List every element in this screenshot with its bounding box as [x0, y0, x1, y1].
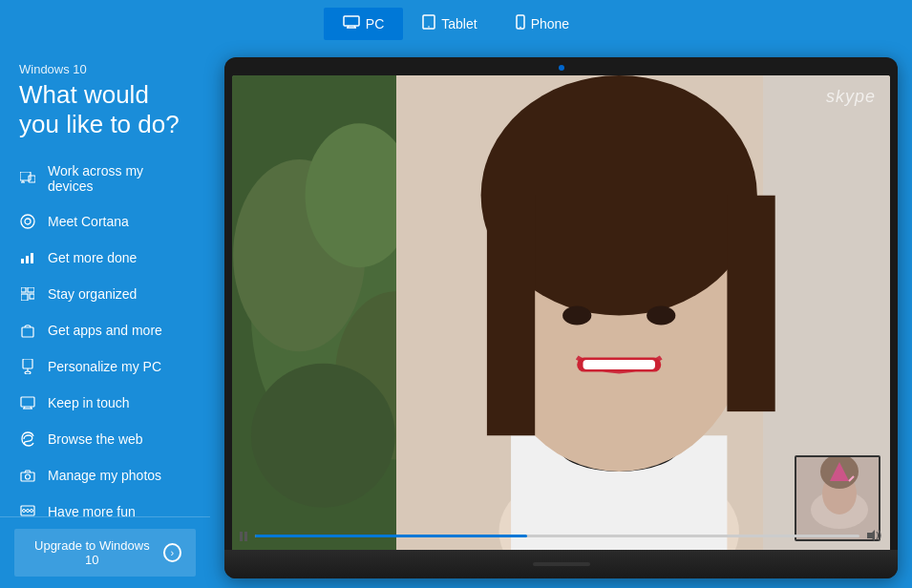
bag-icon [19, 322, 36, 339]
svg-rect-22 [23, 359, 32, 368]
camera-icon [19, 467, 36, 484]
main-title: What would you like to do? [19, 80, 191, 139]
tab-phone-label: Phone [531, 16, 569, 32]
svg-rect-18 [28, 287, 34, 292]
svg-rect-9 [29, 176, 35, 182]
tab-pc-label: PC [366, 16, 384, 32]
nav-item-cortana[interactable]: Meet Cortana [0, 203, 210, 240]
devices-icon [19, 170, 36, 187]
volume-icon[interactable] [867, 530, 882, 543]
video-controls [240, 524, 882, 548]
upgrade-label: Upgrade to Windows 10 [29, 538, 156, 567]
brush-icon [19, 358, 36, 375]
svg-point-12 [21, 215, 34, 228]
svg-rect-20 [30, 294, 34, 299]
svg-rect-25 [21, 397, 34, 407]
svg-point-33 [27, 510, 30, 513]
svg-point-7 [520, 27, 521, 29]
nav-list: Work across my devices Meet Cortana [0, 149, 210, 516]
phone-icon [516, 14, 525, 33]
progress-track[interactable] [255, 535, 859, 537]
skype-logo: skype [826, 87, 876, 107]
svg-rect-29 [21, 472, 34, 481]
svg-point-51 [562, 305, 591, 325]
fun-icon [19, 503, 36, 516]
laptop-base [224, 550, 898, 578]
chart-icon [19, 249, 36, 266]
svg-rect-54 [583, 360, 655, 369]
svg-rect-21 [22, 327, 33, 337]
windows-version: Windows 10 [19, 62, 191, 76]
svg-point-52 [647, 305, 675, 325]
main-content: Windows 10 What would you like to do? Wo… [0, 48, 912, 588]
tab-phone[interactable]: Phone [497, 7, 588, 41]
svg-point-5 [428, 26, 430, 28]
right-panel: skype [224, 57, 898, 578]
nav-item-fun[interactable]: Have more fun [0, 494, 210, 516]
nav-item-done[interactable]: Get more done [0, 240, 210, 276]
nav-fun-label: Have more fun [48, 504, 136, 516]
svg-point-40 [251, 364, 395, 508]
tab-pc[interactable]: PC [324, 8, 403, 40]
nav-devices-label: Work across my devices [48, 163, 191, 194]
nav-touch-label: Keep in touch [48, 395, 130, 410]
nav-item-personalize[interactable]: Personalize my PC [0, 348, 210, 385]
svg-rect-0 [344, 16, 359, 26]
nav-item-web[interactable]: Browse the web [0, 421, 210, 457]
nav-item-apps[interactable]: Get apps and more [0, 312, 210, 348]
nav-done-label: Get more done [48, 250, 137, 265]
svg-marker-61 [867, 530, 875, 541]
nav-apps-label: Get apps and more [48, 323, 162, 338]
svg-point-30 [26, 474, 31, 479]
pause-button[interactable] [240, 532, 247, 541]
svg-point-34 [31, 510, 33, 513]
grid-icon [19, 285, 36, 303]
cortana-icon [19, 213, 36, 230]
laptop-notch [533, 562, 590, 566]
laptop-screen: skype [232, 75, 890, 556]
nav-item-organized[interactable]: Stay organized [0, 276, 210, 312]
tablet-icon [422, 14, 435, 33]
upgrade-section: Upgrade to Windows 10 › [0, 516, 210, 588]
svg-rect-14 [21, 259, 24, 263]
laptop-camera [559, 65, 564, 71]
tab-tablet-label: Tablet [441, 16, 477, 32]
svg-rect-49 [487, 196, 535, 436]
monitor-icon [19, 394, 36, 411]
svg-rect-17 [21, 287, 26, 292]
video-background: skype [232, 75, 890, 556]
edge-icon [19, 430, 36, 448]
nav-item-touch[interactable]: Keep in touch [0, 385, 210, 421]
svg-point-24 [25, 371, 31, 374]
nav-organized-label: Stay organized [48, 286, 137, 302]
nav-item-devices[interactable]: Work across my devices [0, 154, 210, 203]
upgrade-arrow-icon: › [163, 543, 181, 562]
svg-rect-31 [21, 506, 34, 515]
svg-rect-16 [31, 253, 33, 263]
svg-rect-19 [21, 294, 28, 301]
pc-icon [343, 15, 360, 32]
laptop-frame: skype [224, 57, 898, 578]
nav-cortana-label: Meet Cortana [48, 214, 129, 229]
nav-item-photos[interactable]: Manage my photos [0, 457, 210, 494]
nav-photos-label: Manage my photos [48, 468, 161, 483]
title-section: Windows 10 What would you like to do? [0, 48, 210, 149]
nav-web-label: Browse the web [48, 431, 143, 447]
svg-point-32 [23, 510, 26, 513]
svg-rect-15 [26, 256, 29, 263]
progress-fill [255, 535, 527, 537]
tab-tablet[interactable]: Tablet [403, 7, 496, 41]
left-panel: Windows 10 What would you like to do? Wo… [0, 48, 210, 588]
upgrade-button[interactable]: Upgrade to Windows 10 › [14, 529, 196, 577]
svg-rect-50 [728, 196, 775, 411]
nav-personalize-label: Personalize my PC [48, 359, 161, 374]
header-tabs: PC Tablet Phone [0, 0, 912, 48]
svg-point-13 [25, 219, 31, 224]
